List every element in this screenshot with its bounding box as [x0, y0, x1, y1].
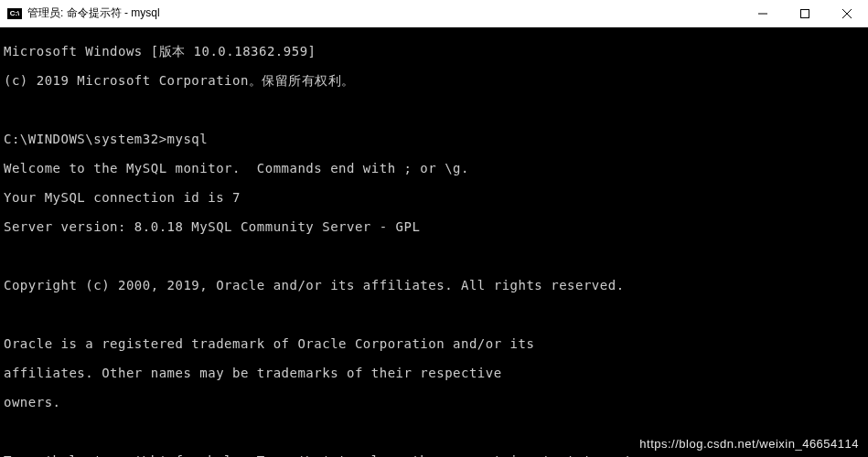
output-line	[4, 102, 864, 117]
output-line: Type 'help;' or '\h' for help. Type '\c'…	[4, 453, 864, 457]
output-line: Server version: 8.0.18 MySQL Community S…	[4, 219, 864, 234]
window-title: 管理员: 命令提示符 - mysql	[27, 5, 742, 21]
watermark: https://blog.csdn.net/weixin_46654114	[639, 437, 859, 452]
output-line: Microsoft Windows [版本 10.0.18362.959]	[4, 44, 864, 58]
cmd-icon: C:\	[7, 8, 22, 19]
close-button[interactable]	[826, 0, 868, 27]
output-line	[4, 307, 864, 322]
window-titlebar: C:\ 管理员: 命令提示符 - mysql	[0, 0, 868, 27]
output-line: (c) 2019 Microsoft Corporation。保留所有权利。	[4, 73, 864, 88]
terminal-output[interactable]: Microsoft Windows [版本 10.0.18362.959] (c…	[0, 27, 868, 457]
output-line: owners.	[4, 395, 864, 409]
output-line	[4, 249, 864, 263]
maximize-button[interactable]	[784, 0, 826, 27]
prompt-line: C:\WINDOWS\system32>mysql	[4, 132, 864, 146]
svg-rect-1	[801, 9, 809, 17]
output-line: Your MySQL connection id is 7	[4, 190, 864, 205]
minimize-button[interactable]	[742, 0, 784, 27]
window-controls	[742, 0, 868, 27]
output-line: Oracle is a registered trademark of Orac…	[4, 336, 864, 351]
output-line: Welcome to the MySQL monitor. Commands e…	[4, 161, 864, 175]
output-line: Copyright (c) 2000, 2019, Oracle and/or …	[4, 278, 864, 292]
output-line: affiliates. Other names may be trademark…	[4, 366, 864, 380]
